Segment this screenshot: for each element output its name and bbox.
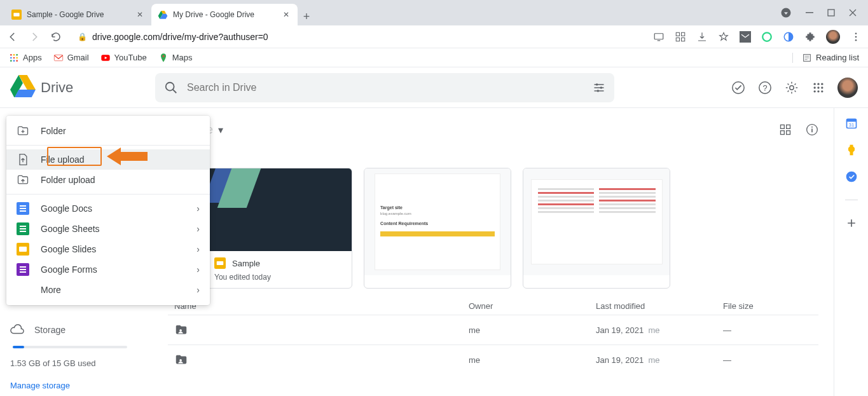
youtube-icon	[100, 53, 111, 63]
cell-owner: me	[469, 355, 596, 365]
reading-list-icon	[802, 53, 812, 63]
extensions-icon[interactable]	[804, 31, 816, 43]
svg-point-22	[10, 54, 12, 56]
svg-point-29	[13, 60, 15, 62]
close-icon[interactable]: ✕	[281, 10, 291, 19]
tab-title: My Drive - Google Drive	[173, 10, 276, 19]
col-size-header[interactable]: File size	[723, 301, 812, 311]
star-icon[interactable]	[718, 31, 729, 43]
svg-text:31: 31	[848, 122, 853, 128]
new-menu: Folder File upload Folder upload Google …	[6, 116, 210, 305]
forward-icon[interactable]	[28, 31, 41, 43]
new-tab-button[interactable]: +	[298, 8, 315, 25]
svg-point-47	[790, 85, 794, 89]
svg-point-39	[166, 82, 174, 90]
keep-icon[interactable]	[845, 144, 858, 156]
tab-title: Sample - Google Drive	[27, 10, 130, 19]
menu-item-forms[interactable]: Google Forms ›	[6, 259, 210, 280]
chrome-account-icon[interactable]	[780, 7, 792, 18]
svg-rect-69	[846, 119, 856, 121]
ext-contrast-icon[interactable]	[783, 31, 794, 43]
svg-point-34	[162, 55, 164, 57]
menu-item-folder-upload[interactable]: Folder upload	[6, 170, 210, 190]
apps-grid-icon[interactable]	[811, 80, 826, 95]
grid-icon[interactable]	[675, 31, 686, 43]
menu-item-slides[interactable]: Google Slides ›	[6, 239, 210, 259]
back-icon[interactable]	[6, 31, 19, 43]
ext-gmail-icon[interactable]	[740, 31, 751, 43]
bookmark-youtube[interactable]: YouTube	[100, 53, 147, 63]
sidebar-item-storage[interactable]: Storage	[10, 323, 148, 339]
desktop-icon[interactable]	[653, 31, 665, 43]
svg-point-52	[817, 86, 819, 88]
browser-tab-sample[interactable]: Sample - Google Drive ✕	[5, 4, 151, 25]
card-sample[interactable]: Sample You edited today	[205, 168, 352, 289]
list-row[interactable]: me Jan 19, 2021 me —	[168, 345, 818, 374]
chevron-down-icon[interactable]: ▾	[218, 124, 223, 136]
svg-rect-62	[811, 128, 813, 132]
bookmark-gmail[interactable]: Gmail	[53, 53, 89, 63]
tasks-icon[interactable]	[845, 170, 858, 183]
search-tune-icon[interactable]	[593, 81, 605, 94]
col-name-header[interactable]: Name	[174, 301, 469, 311]
account-avatar[interactable]	[837, 78, 858, 98]
list-row[interactable]: me Jan 19, 2021 me —	[168, 315, 818, 345]
shared-folder-icon	[174, 353, 188, 367]
drive-logo[interactable]: Drive	[10, 75, 150, 100]
svg-point-20	[855, 36, 857, 38]
cell-modified: Jan 19, 2021 me	[596, 325, 723, 335]
drive-header: Drive ?	[0, 67, 868, 108]
manage-storage-link[interactable]: Manage storage	[10, 381, 148, 390]
settings-gear-icon[interactable]	[784, 80, 799, 95]
reading-list[interactable]: Reading list	[792, 53, 859, 63]
reload-icon[interactable]	[50, 31, 62, 43]
bookmark-maps[interactable]: Maps	[158, 53, 193, 63]
svg-rect-65	[217, 261, 224, 265]
browser-tab-mydrive[interactable]: My Drive - Google Drive ✕	[151, 4, 298, 25]
help-icon[interactable]: ?	[757, 80, 773, 95]
content: My Drive ▾ Animations add effects to go …	[153, 108, 834, 396]
search-input[interactable]	[187, 82, 584, 93]
svg-point-42	[600, 86, 602, 88]
annotation-arrow-icon	[107, 146, 148, 167]
svg-rect-8	[806, 12, 813, 13]
menu-item-sheets[interactable]: Google Sheets ›	[6, 219, 210, 239]
svg-point-56	[821, 90, 823, 92]
address-bar[interactable]: 🔒 drive.google.com/drive/my-drive?authus…	[71, 28, 644, 46]
calendar-icon[interactable]: 31	[845, 117, 858, 130]
menu-item-more[interactable]: More ›	[6, 280, 210, 300]
menu-label: Folder upload	[41, 175, 95, 185]
svg-point-54	[814, 90, 816, 92]
download-icon[interactable]	[696, 31, 708, 43]
close-window-icon[interactable]	[849, 9, 857, 17]
chrome-profile-avatar[interactable]	[826, 30, 840, 44]
svg-text:?: ?	[762, 83, 767, 92]
card-subtitle: You edited today	[214, 273, 343, 282]
card-doc-columns[interactable]	[523, 168, 670, 289]
ready-offline-icon[interactable]	[731, 80, 746, 95]
chevron-right-icon: ›	[196, 203, 200, 214]
kebab-icon[interactable]	[850, 31, 862, 43]
gmail-icon	[53, 53, 64, 63]
minimize-icon[interactable]	[806, 9, 813, 17]
close-icon[interactable]: ✕	[135, 10, 145, 19]
menu-item-folder[interactable]: Folder	[6, 121, 210, 141]
menu-item-file-upload[interactable]: File upload	[6, 149, 210, 170]
ext-grammar-icon[interactable]	[761, 31, 773, 43]
col-modified-header[interactable]: Last modified	[596, 301, 723, 311]
svg-rect-60	[787, 131, 790, 135]
svg-rect-63	[811, 126, 813, 128]
svg-point-30	[16, 60, 18, 62]
col-owner-header[interactable]: Owner	[469, 301, 596, 311]
card-doc-target[interactable]: Target site blog.example.com Content Req…	[364, 168, 511, 289]
chevron-right-icon: ›	[196, 224, 200, 234]
add-addon-icon[interactable]	[845, 217, 858, 229]
grid-view-icon[interactable]	[779, 123, 792, 136]
info-icon[interactable]	[806, 123, 818, 136]
svg-point-24	[16, 54, 18, 56]
maximize-icon[interactable]	[827, 9, 835, 17]
bookmark-apps[interactable]: Apps	[9, 53, 42, 63]
blank-icon	[17, 283, 29, 296]
menu-item-docs[interactable]: Google Docs ›	[6, 198, 210, 219]
search-box[interactable]	[155, 73, 614, 102]
